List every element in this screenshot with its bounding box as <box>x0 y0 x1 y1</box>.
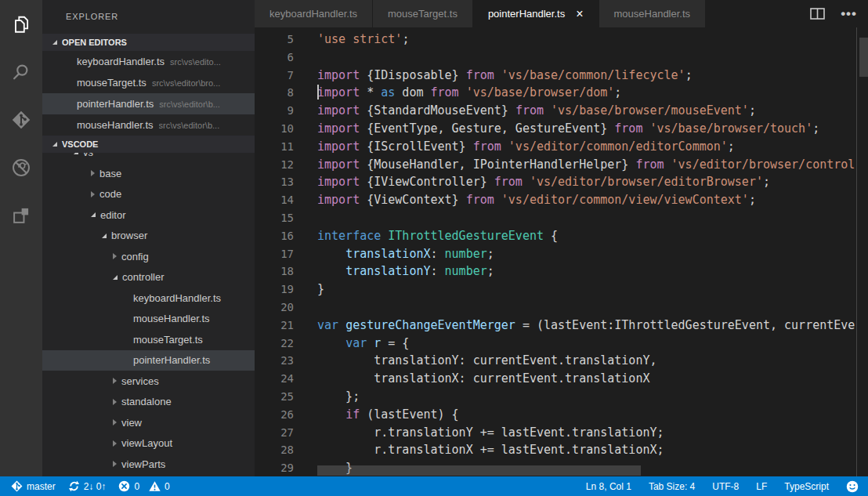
tree-item-label: mouseHandler.ts <box>133 313 210 324</box>
search-icon <box>11 62 31 82</box>
feedback-smiley-icon[interactable] <box>846 480 859 493</box>
tree-item-mouseHandler.ts[interactable]: mouseHandler.ts <box>42 309 255 330</box>
close-icon[interactable]: × <box>576 9 583 20</box>
files-icon <box>11 14 31 34</box>
encoding-indicator[interactable]: UTF-8 <box>712 481 739 492</box>
line-text: import {EventType, Gesture, GestureEvent… <box>317 120 819 138</box>
line-number: 8 <box>255 84 294 102</box>
code-line-11: 11import {IScrollEvent} from 'vs/editor/… <box>255 138 868 156</box>
chevron-expanded-icon <box>102 234 107 238</box>
code-line-10: 10import {EventType, Gesture, GestureEve… <box>255 120 868 138</box>
code-line-17: 17 translationX: number; <box>255 245 868 263</box>
explorer-sidebar: EXPLORER OPEN EDITORS keyboardHandler.ts… <box>42 0 255 476</box>
activity-bar-item-extensions[interactable] <box>0 191 42 239</box>
tree-item-standalone[interactable]: standalone <box>42 392 255 413</box>
git-branch-status[interactable]: master <box>11 480 56 492</box>
activity-bar-item-search[interactable] <box>0 48 42 96</box>
problems-status[interactable]: 0 0 <box>118 480 169 492</box>
source-control-icon <box>11 110 31 130</box>
tree-item-view[interactable]: view <box>42 412 255 433</box>
line-text: r.translationX += lastEvent.translationX… <box>317 441 664 459</box>
line-number: 20 <box>255 299 294 317</box>
tree-item-pointerHandler.ts[interactable]: pointerHandler.ts <box>42 350 255 371</box>
status-bar: master 2↓ 0↑ 0 0 <box>0 476 868 496</box>
tab-mouseHandler.ts[interactable]: mouseHandler.ts <box>599 0 706 27</box>
eol-indicator[interactable]: LF <box>756 481 767 492</box>
line-text: if (lastEvent) { <box>317 406 459 424</box>
open-editor-item-mouseTarget.ts[interactable]: mouseTarget.tssrc\vs\editor\bro... <box>42 72 255 93</box>
open-editors-list: keyboardHandler.tssrc\vs\edito...mouseTa… <box>42 51 255 136</box>
line-number: 26 <box>255 406 294 424</box>
chevron-collapsed-icon <box>91 191 95 197</box>
file-name: mouseTarget.ts <box>77 77 146 89</box>
editor-group: keyboardHandler.tsmouseTarget.tspointerH… <box>255 0 868 476</box>
tree-item-keyboardHandler.ts[interactable]: keyboardHandler.ts <box>42 288 255 309</box>
tree-item-editor[interactable]: editor <box>42 205 255 226</box>
tab-size-indicator[interactable]: Tab Size: 4 <box>649 481 695 492</box>
file-path: src\vs\editor\bro... <box>152 78 220 88</box>
line-number: 5 <box>255 31 294 49</box>
code-line-18: 18 translationY: number; <box>255 262 868 281</box>
chevron-expanded-icon <box>52 142 57 147</box>
tree-item-label: mouseTarget.ts <box>133 334 203 346</box>
line-number: 22 <box>255 335 294 353</box>
code-editor[interactable]: 5'use strict';67import {IDisposable} fro… <box>255 27 868 476</box>
activity-bar-item-debug[interactable] <box>0 143 42 191</box>
line-number: 14 <box>255 191 294 209</box>
activity-bar-item-source-control[interactable] <box>0 96 42 143</box>
tab-keyboardHandler.ts[interactable]: keyboardHandler.ts <box>255 0 372 27</box>
file-name: pointerHandler.ts <box>77 98 154 110</box>
horizontal-scrollbar-thumb[interactable] <box>317 465 641 476</box>
open-editors-header[interactable]: OPEN EDITORS <box>42 34 255 51</box>
file-name: keyboardHandler.ts <box>77 56 165 67</box>
line-number: 9 <box>255 102 294 120</box>
tree-item-config[interactable]: config <box>42 246 255 267</box>
tree-item-label: viewParts <box>121 458 165 470</box>
sync-status[interactable]: 2↓ 0↑ <box>68 480 107 492</box>
split-editor-icon[interactable] <box>810 8 825 20</box>
code-line-25: 25 }; <box>255 388 868 406</box>
tree-item-code[interactable]: code <box>42 184 255 205</box>
tree-item-services[interactable]: services <box>42 371 255 392</box>
chevron-collapsed-icon <box>113 419 117 425</box>
code-line-24: 24 translationX: currentEvent.translatio… <box>255 370 868 388</box>
code-line-9: 9import {StandardMouseEvent} from 'vs/ba… <box>255 102 868 120</box>
tab-label: keyboardHandler.ts <box>269 8 357 20</box>
code-line-6: 6 <box>255 49 868 67</box>
overview-ruler-border <box>856 27 857 476</box>
tree-item-viewParts[interactable]: viewParts <box>42 454 255 475</box>
tree-item-vs-clipped[interactable]: vs <box>42 153 255 163</box>
tree-item-controller[interactable]: controller <box>42 267 255 288</box>
more-actions-icon[interactable]: ••• <box>841 10 857 18</box>
line-number: 25 <box>255 388 294 406</box>
line-text: interface IThrottledGestureEvent { <box>317 227 558 245</box>
line-number: 13 <box>255 173 294 191</box>
tree-item-label: base <box>99 168 121 179</box>
tab-label: mouseTarget.ts <box>388 8 458 20</box>
tree-item-base[interactable]: base <box>42 163 255 184</box>
code-line-8: 8import * as dom from 'vs/base/browser/d… <box>255 84 868 102</box>
chevron-collapsed-icon <box>113 378 117 384</box>
vertical-scrollbar-thumb[interactable] <box>859 38 868 77</box>
code-line-22: 22 var r = { <box>255 335 868 353</box>
tree-item-viewLayout[interactable]: viewLayout <box>42 433 255 454</box>
open-editor-item-mouseHandler.ts[interactable]: mouseHandler.tssrc\vs\editor\b... <box>42 114 255 136</box>
cursor-position[interactable]: Ln 8, Col 1 <box>586 481 631 492</box>
tab-mouseTarget.ts[interactable]: mouseTarget.ts <box>373 0 472 27</box>
warning-count: 0 <box>165 481 170 492</box>
tree-item-browser[interactable]: browser <box>42 226 255 247</box>
code-line-16: 16interface IThrottledGestureEvent { <box>255 227 868 245</box>
line-text: r.translationY += lastEvent.translationY… <box>317 424 664 442</box>
open-editor-item-keyboardHandler.ts[interactable]: keyboardHandler.tssrc\vs\edito... <box>42 51 255 72</box>
status-bar-right: Ln 8, Col 1 Tab Size: 4 UTF-8 LF TypeScr… <box>586 480 859 493</box>
activity-bar-item-explorer[interactable] <box>0 0 42 48</box>
language-indicator[interactable]: TypeScript <box>784 481 829 492</box>
chevron-collapsed-icon <box>113 461 117 467</box>
file-name: mouseHandler.ts <box>77 119 154 131</box>
vscode-window: EXPLORER OPEN EDITORS keyboardHandler.ts… <box>0 0 868 496</box>
open-editor-item-pointerHandler.ts[interactable]: pointerHandler.tssrc\vs\editor\b... <box>42 93 255 114</box>
vscode-section-header[interactable]: VSCODE <box>42 136 255 153</box>
line-number: 16 <box>255 227 294 245</box>
tab-pointerHandler.ts[interactable]: pointerHandler.ts× <box>473 0 599 27</box>
tree-item-mouseTarget.ts[interactable]: mouseTarget.ts <box>42 329 255 350</box>
